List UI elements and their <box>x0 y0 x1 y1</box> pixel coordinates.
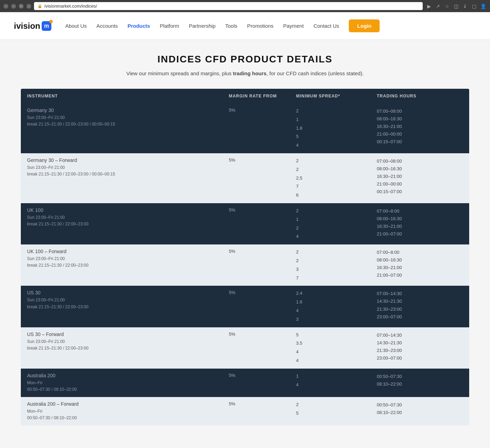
hour-value: 21:00–07:00 <box>377 230 463 238</box>
instrument-cell: Germany 30 Sun 23:00–Fri 21:00break 21:1… <box>21 103 222 153</box>
spread-cell: 222.576 <box>290 153 371 203</box>
back-button[interactable]: ← <box>3 4 8 9</box>
main-content: INDICES CFD PRODUCT DETAILS View our min… <box>0 40 490 439</box>
share-icon[interactable]: ↗ <box>434 3 441 10</box>
spread-value: 2 <box>296 257 364 265</box>
nav-accounts[interactable]: Accounts <box>96 23 118 29</box>
page-subtitle: View our minimum spreads and margins, pl… <box>21 70 469 76</box>
hour-value: 07:00–14:30 <box>377 331 463 339</box>
margin-cell: 5% <box>222 244 290 286</box>
forward-button[interactable]: → <box>11 4 16 9</box>
nav-products[interactable]: Products <box>127 23 150 29</box>
instrument-schedule: Sun 23:00–Fri 21:00break 21:15–21:30 / 2… <box>27 297 216 310</box>
col-spread: MINIMUM SPREAD* <box>290 89 371 103</box>
nav-about[interactable]: About Us <box>65 23 87 29</box>
home-button[interactable]: ⌂ <box>26 4 31 9</box>
spread-cell: 2124 <box>290 203 371 244</box>
instrument-name: Germany 30 – Forward <box>27 157 216 163</box>
nav-links: About Us Accounts Products Platform Part… <box>65 19 476 32</box>
hour-value: 23:00–07:00 <box>377 313 463 321</box>
bookmark-icon[interactable]: ☆ <box>443 3 450 10</box>
hour-value: 16:30–21:00 <box>377 123 463 130</box>
table-row: UK 100 – Forward Sun 23:00–Fri 21:00brea… <box>21 244 469 286</box>
spread-value: 5 <box>296 331 364 339</box>
hour-value: 07:00–08:00 <box>377 157 463 165</box>
nav-tools[interactable]: Tools <box>225 23 237 29</box>
browser-chrome: ← → ↻ ⌂ 🔒 ivisionmarket.com/indices/ ▶ ↗… <box>0 0 490 12</box>
hours-cell: 07:00–8:0008:00–16:3016:30–21:0021:00–07… <box>371 203 469 244</box>
cast-icon[interactable]: ▶ <box>425 3 432 10</box>
spread-cell: 2237 <box>290 244 371 286</box>
hour-value: 08:00–16:30 <box>377 165 463 173</box>
instrument-cell: Australia 200 – Forward Mon–Fri00:50–07:… <box>21 397 222 425</box>
instrument-schedule: Sun 23:00–Fri 21:00break 21:15–21:30 / 2… <box>27 164 216 178</box>
hours-cell: 00:50–07:3008:10–22:00 <box>371 397 469 425</box>
spread-value: 1 <box>296 116 364 123</box>
spread-value: 2 <box>296 225 364 232</box>
nav-promotions[interactable]: Promotions <box>247 23 273 29</box>
hour-value: 00:15–07:00 <box>377 138 463 146</box>
login-button[interactable]: Login <box>349 19 380 32</box>
download-icon[interactable]: ⇓ <box>462 3 468 10</box>
hour-value: 16:30–21:00 <box>377 173 463 180</box>
table-row: Germany 30 Sun 23:00–Fri 21:00break 21:1… <box>21 103 469 153</box>
instrument-cell: Australia 200 Mon–Fri00:50–07:30 / 08:10… <box>21 369 222 397</box>
spread-cell: 2.41.643 <box>290 286 371 327</box>
instrument-cell: UK 100 – Forward Sun 23:00–Fri 21:00brea… <box>21 244 222 286</box>
profile-icon[interactable]: 👤 <box>480 3 487 10</box>
spread-value: 3 <box>296 266 364 273</box>
lock-icon: 🔒 <box>37 4 42 8</box>
logo[interactable]: ivision m <box>14 21 51 31</box>
instrument-name: UK 100 – Forward <box>27 249 216 254</box>
refresh-button[interactable]: ↻ <box>19 4 24 9</box>
spread-value: 1 <box>296 216 364 223</box>
address-bar[interactable]: 🔒 ivisionmarket.com/indices/ <box>34 2 423 10</box>
nav-platform[interactable]: Platform <box>160 23 179 29</box>
spread-cell: 53.544 <box>290 327 371 369</box>
margin-cell: 5% <box>222 397 290 425</box>
hour-value: 14:30–21:30 <box>377 298 463 305</box>
spread-value: 4 <box>296 233 364 240</box>
hour-value: 14:30–21:30 <box>377 339 463 347</box>
instrument-name: Germany 30 <box>27 107 216 113</box>
spread-value: 2 <box>296 166 364 173</box>
navbar: ivision m About Us Accounts Products Pla… <box>0 12 490 40</box>
extensions-icon[interactable]: ◫ <box>453 3 459 10</box>
instrument-schedule: Sun 23:00–Fri 21:00break 21:15–21:30 / 2… <box>27 214 216 227</box>
layout-icon[interactable]: ▢ <box>471 3 478 10</box>
instrument-name: US 30 – Forward <box>27 331 216 337</box>
instrument-name: UK 100 <box>27 207 216 213</box>
hours-cell: 07:00–14:3014:30–21:3021:30–23:0023:00–0… <box>371 286 469 327</box>
instrument-cell: US 30 Sun 23:00–Fri 21:00break 21:15–21:… <box>21 286 222 327</box>
spread-value: 4 <box>296 381 364 389</box>
hour-value: 23:00–07:00 <box>377 354 463 362</box>
spread-value: 3.5 <box>296 340 364 347</box>
hour-value: 21:00–00:00 <box>377 130 463 138</box>
instrument-cell: Germany 30 – Forward Sun 23:00–Fri 21:00… <box>21 153 222 203</box>
hour-value: 07:00–08:00 <box>377 107 463 115</box>
hour-value: 16:30–21:00 <box>377 264 463 272</box>
spread-value: 7 <box>296 275 364 282</box>
spread-value: 2 <box>296 249 364 256</box>
nav-payment[interactable]: Payment <box>283 23 304 29</box>
spread-value: 6 <box>296 192 364 199</box>
table-row: US 30 Sun 23:00–Fri 21:00break 21:15–21:… <box>21 286 469 327</box>
product-table: INSTRUMENT MARGIN RATE FROM MINIMUM SPRE… <box>21 89 469 425</box>
logo-m-letter: m <box>44 23 49 29</box>
hour-value: 07:00–14:30 <box>377 290 463 298</box>
hour-value: 08:00–16:30 <box>377 115 463 123</box>
spread-value: 4 <box>296 142 364 149</box>
instrument-cell: UK 100 Sun 23:00–Fri 21:00break 21:15–21… <box>21 203 222 244</box>
hours-cell: 00:50–07:3008:10–22:00 <box>371 369 469 397</box>
hour-value: 08:10–22:00 <box>377 409 463 416</box>
table-row: Australia 200 Mon–Fri00:50–07:30 / 08:10… <box>21 369 469 397</box>
nav-partnership[interactable]: Partnership <box>189 23 216 29</box>
nav-contact[interactable]: Contact Us <box>313 23 339 29</box>
url-text: ivisionmarket.com/indices/ <box>44 3 97 9</box>
spread-cell: 14 <box>290 369 371 397</box>
hour-value: 00:50–07:30 <box>377 401 463 409</box>
instrument-name: Australia 200 <box>27 373 216 378</box>
spread-value: 7 <box>296 183 364 190</box>
spread-value: 2.4 <box>296 290 364 297</box>
margin-cell: 5% <box>222 286 290 327</box>
